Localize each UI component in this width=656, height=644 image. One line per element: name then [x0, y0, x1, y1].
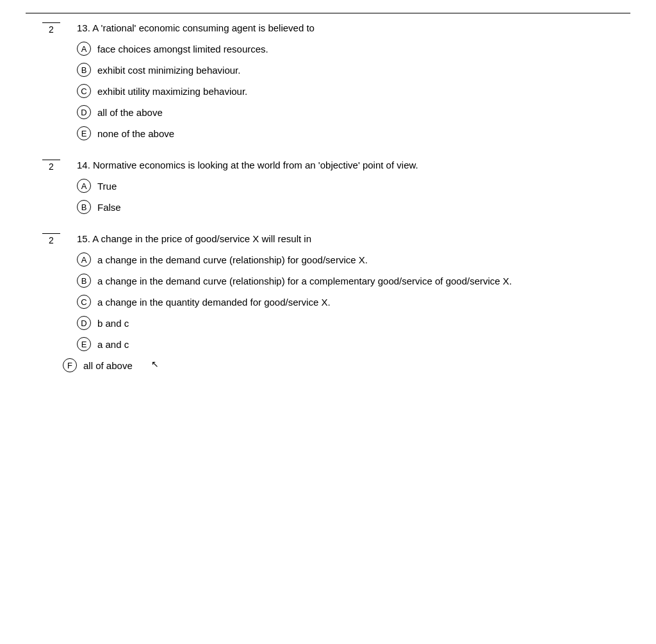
question-block-15: 215. A change in the price of good/servi…: [26, 232, 630, 379]
option-item-15-D[interactable]: Db and c: [77, 315, 630, 330]
option-circle-F: F: [63, 358, 77, 372]
option-text-14-A: True: [97, 178, 117, 193]
score-line: [42, 233, 60, 234]
option-text-15-D: b and c: [97, 315, 129, 330]
option-item-15-A[interactable]: Aa change in the demand curve (relations…: [77, 252, 630, 267]
score-value: 2: [49, 24, 54, 35]
question-content-14: 14. Normative economics is looking at th…: [77, 158, 630, 220]
option-item-15-B[interactable]: Ba change in the demand curve (relations…: [77, 273, 630, 288]
question-text-13: 13. A 'rational' economic consuming agen…: [77, 21, 630, 35]
question-text-14: 14. Normative economics is looking at th…: [77, 158, 630, 172]
question-content-13: 13. A 'rational' economic consuming agen…: [77, 21, 630, 147]
option-circle-D: D: [77, 105, 91, 119]
option-circle-D: D: [77, 316, 91, 330]
option-item-15-F[interactable]: ↖Fall of above: [77, 358, 630, 372]
options-list-14: ATrueBFalse: [77, 178, 630, 214]
question-text-15: 15. A change in the price of good/servic…: [77, 232, 630, 245]
option-item-14-B[interactable]: BFalse: [77, 199, 630, 214]
option-item-13-B[interactable]: Bexhibit cost minimizing behaviour.: [77, 62, 630, 77]
option-text-13-D: all of the above: [97, 104, 163, 119]
option-circle-C: C: [77, 295, 91, 309]
option-item-15-E[interactable]: Ea and c: [77, 336, 630, 351]
score-value: 2: [49, 161, 54, 172]
option-item-13-D[interactable]: Dall of the above: [77, 104, 630, 119]
option-circle-B: B: [77, 274, 91, 288]
question-block-13: 213. A 'rational' economic consuming age…: [26, 21, 630, 147]
top-divider: [26, 13, 630, 13]
option-circle-E: E: [77, 126, 91, 140]
cursor-indicator: ↖: [151, 358, 159, 369]
option-item-15-C[interactable]: Ca change in the quantity demanded for g…: [77, 294, 630, 309]
option-circle-A: A: [77, 252, 91, 267]
option-circle-A: A: [77, 179, 91, 193]
option-text-15-C: a change in the quantity demanded for go…: [97, 294, 331, 309]
option-text-15-A: a change in the demand curve (relationsh…: [97, 252, 368, 267]
option-item-13-E[interactable]: Enone of the above: [77, 126, 630, 140]
score-value: 2: [49, 235, 54, 245]
option-item-14-A[interactable]: ATrue: [77, 178, 630, 193]
option-circle-E: E: [77, 337, 91, 351]
option-text-13-E: none of the above: [97, 126, 174, 140]
score-line: [42, 22, 60, 23]
question-content-15: 15. A change in the price of good/servic…: [77, 232, 630, 379]
option-circle-B: B: [77, 63, 91, 77]
question-meta-13: 2: [26, 21, 77, 147]
question-meta-15: 2: [26, 232, 77, 379]
option-text-13-A: face choices amongst limited resources.: [97, 41, 268, 56]
option-circle-B: B: [77, 200, 91, 214]
option-text-13-B: exhibit cost minimizing behaviour.: [97, 62, 240, 77]
option-text-14-B: False: [97, 199, 121, 214]
question-meta-14: 2: [26, 158, 77, 220]
score-line: [42, 160, 60, 160]
option-text-13-C: exhibit utility maximizing behaviour.: [97, 83, 247, 98]
options-list-15: Aa change in the demand curve (relations…: [77, 252, 630, 372]
question-block-14: 214. Normative economics is looking at t…: [26, 158, 630, 220]
option-text-15-B: a change in the demand curve (relationsh…: [97, 273, 512, 288]
option-item-13-A[interactable]: Aface choices amongst limited resources.: [77, 41, 630, 56]
options-list-13: Aface choices amongst limited resources.…: [77, 41, 630, 140]
option-text-15-F: all of above: [83, 358, 133, 372]
option-text-15-E: a and c: [97, 336, 129, 351]
option-circle-A: A: [77, 42, 91, 56]
option-circle-C: C: [77, 84, 91, 98]
option-item-13-C[interactable]: Cexhibit utility maximizing behaviour.: [77, 83, 630, 98]
